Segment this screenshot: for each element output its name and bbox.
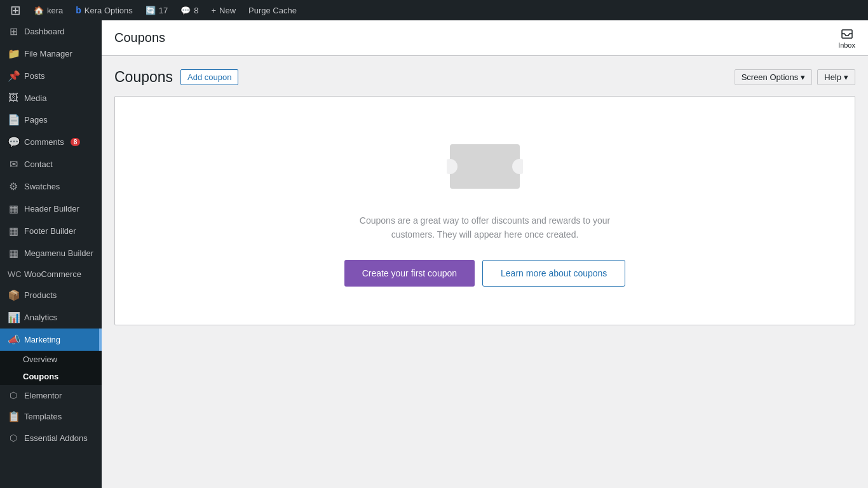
sidebar-item-templates[interactable]: 📋 Templates (0, 405, 102, 428)
comments-badge: 8 (71, 138, 81, 146)
sidebar-label-file-manager: File Manager (24, 49, 72, 58)
sidebar-label-comments: Comments (24, 137, 64, 147)
wp-logo[interactable]: ⊞ (5, 0, 26, 20)
sidebar-item-elementor[interactable]: ⬡ Elementor (0, 385, 102, 405)
sidebar-item-dashboard[interactable]: ⊞ Dashboard (0, 20, 102, 43)
screen-options-chevron-icon: ▾ (801, 72, 805, 82)
learn-more-button[interactable]: Learn more about coupons (482, 260, 625, 287)
sidebar-item-analytics[interactable]: 📊 Analytics (0, 306, 102, 329)
sidebar-label-header-builder: Header Builder (24, 204, 79, 214)
bricks-label: Kera Options (85, 6, 133, 15)
screen-options-label: Screen Options (742, 72, 799, 82)
help-label: Help (824, 72, 841, 82)
sidebar-label-swatches: Swatches (24, 182, 60, 191)
sidebar-label-products: Products (24, 290, 57, 300)
empty-state-actions: Create your first coupon Learn more abou… (344, 260, 626, 287)
templates-icon: 📋 (8, 410, 19, 423)
sidebar-item-essential-addons[interactable]: ⬡ Essential Addons (0, 428, 102, 448)
comments-btn[interactable]: 💬 8 (175, 0, 203, 20)
inbox-label: Inbox (838, 41, 855, 49)
sidebar: ⊞ Dashboard 📁 File Manager 📌 Posts 🖼 Med… (0, 20, 102, 488)
new-label: New (219, 6, 236, 15)
sidebar-label-marketing: Marketing (24, 335, 60, 344)
purge-cache-btn[interactable]: Purge Cache (243, 0, 302, 20)
inbox-icon (841, 27, 853, 40)
header-builder-icon: ▦ (8, 203, 19, 215)
file-manager-icon: 📁 (8, 48, 19, 60)
sidebar-item-posts[interactable]: 📌 Posts (0, 65, 102, 87)
admin-bar: ⊞ 🏠 kera b Kera Options 🔄 17 💬 8 + New P… (0, 0, 868, 20)
megamenu-icon: ▦ (8, 247, 19, 259)
swatches-icon: ⚙ (8, 180, 19, 193)
sidebar-label-contact: Contact (24, 159, 53, 169)
help-chevron-icon: ▾ (844, 72, 848, 82)
coupons-heading-row: Coupons Add coupon Screen Options ▾ Help… (114, 69, 855, 86)
contact-icon: ✉ (8, 158, 19, 170)
sidebar-item-media[interactable]: 🖼 Media (0, 87, 102, 109)
coupon-ticket-icon (447, 135, 523, 198)
sidebar-label-media: Media (24, 93, 46, 103)
sidebar-label-footer-builder: Footer Builder (24, 226, 76, 236)
marketing-submenu: Overview Coupons (0, 351, 102, 385)
purge-cache-label: Purge Cache (248, 6, 297, 15)
pages-icon: 📄 (8, 114, 19, 126)
submenu-item-overview[interactable]: Overview (0, 351, 102, 368)
sidebar-label-woocommerce: WooCommerce (24, 269, 81, 279)
sidebar-item-woocommerce[interactable]: WC WooCommerce (0, 264, 102, 284)
screen-options-row: Screen Options ▾ Help ▾ (735, 69, 855, 85)
sidebar-label-analytics: Analytics (24, 313, 57, 322)
comments-count: 8 (194, 6, 198, 15)
sidebar-item-contact[interactable]: ✉ Contact (0, 153, 102, 175)
footer-builder-icon: ▦ (8, 225, 19, 237)
essential-addons-icon: ⬡ (8, 433, 19, 443)
sidebar-item-megamenu-builder[interactable]: ▦ Megamenu Builder (0, 242, 102, 264)
sidebar-label-essential-addons: Essential Addons (24, 433, 88, 443)
analytics-icon: 📊 (8, 311, 19, 323)
new-btn[interactable]: + New (206, 0, 241, 20)
sidebar-label-templates: Templates (24, 412, 62, 421)
content-area: Coupons Add coupon Screen Options ▾ Help… (102, 56, 868, 488)
marketing-icon: 📣 (8, 334, 19, 346)
products-icon: 📦 (8, 289, 19, 301)
sidebar-label-pages: Pages (24, 115, 48, 125)
sidebar-label-elementor: Elementor (24, 391, 62, 400)
posts-icon: 📌 (8, 70, 19, 82)
site-name-label: kera (47, 6, 63, 15)
add-coupon-button[interactable]: Add coupon (180, 69, 238, 85)
dashboard-icon: ⊞ (8, 25, 19, 37)
woocommerce-icon: WC (8, 269, 19, 279)
sidebar-label-dashboard: Dashboard (24, 27, 65, 36)
page-title-header: Coupons (114, 30, 165, 45)
elementor-icon: ⬡ (8, 390, 19, 400)
updates-count: 17 (159, 6, 168, 15)
sidebar-item-comments[interactable]: 💬 Comments 8 (0, 131, 102, 153)
page-header: Coupons Inbox (102, 20, 868, 56)
site-name[interactable]: 🏠 kera (29, 0, 68, 20)
sidebar-item-swatches[interactable]: ⚙ Swatches (0, 175, 102, 198)
coupon-icon-wrapper (447, 135, 523, 198)
svg-rect-1 (450, 144, 520, 189)
coupons-heading-left: Coupons Add coupon (114, 69, 238, 86)
empty-state-description: Coupons are a great way to offer discoun… (345, 214, 625, 242)
updates-btn[interactable]: 🔄 17 (140, 0, 173, 20)
inbox-button[interactable]: Inbox (838, 27, 855, 49)
create-coupon-button[interactable]: Create your first coupon (344, 260, 475, 287)
page-heading: Coupons (114, 69, 173, 86)
main-content: Coupons Inbox Coupons Add coupon Scree (102, 20, 868, 488)
sidebar-label-posts: Posts (24, 71, 45, 81)
screen-options-button[interactable]: Screen Options ▾ (735, 69, 813, 85)
sidebar-item-footer-builder[interactable]: ▦ Footer Builder (0, 220, 102, 242)
media-icon: 🖼 (8, 92, 19, 104)
sidebar-item-products[interactable]: 📦 Products (0, 284, 102, 306)
sidebar-item-pages[interactable]: 📄 Pages (0, 109, 102, 131)
empty-state: Coupons are a great way to offer discoun… (114, 96, 855, 325)
sidebar-label-megamenu: Megamenu Builder (24, 248, 93, 258)
bricks-options[interactable]: b Kera Options (71, 0, 137, 20)
sidebar-item-file-manager[interactable]: 📁 File Manager (0, 43, 102, 65)
help-button[interactable]: Help ▾ (817, 69, 855, 85)
sidebar-item-header-builder[interactable]: ▦ Header Builder (0, 198, 102, 220)
comments-icon: 💬 (8, 136, 19, 148)
sidebar-item-marketing[interactable]: 📣 Marketing (0, 329, 102, 351)
submenu-item-coupons[interactable]: Coupons (0, 368, 102, 385)
